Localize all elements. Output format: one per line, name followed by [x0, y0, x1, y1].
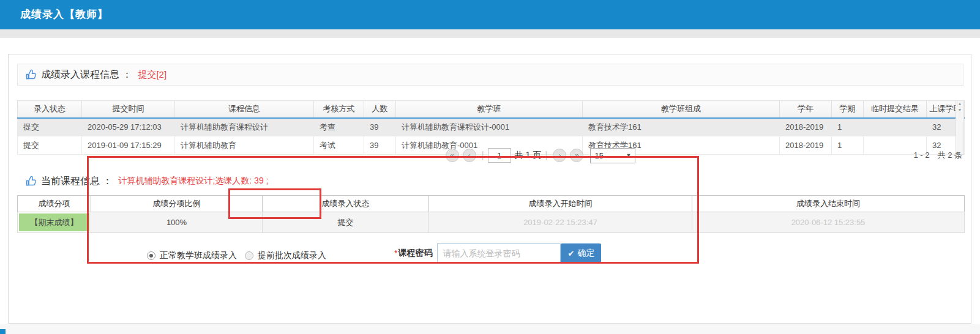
page-size-select[interactable]: 15 ▼ [590, 148, 635, 163]
radio-selected-icon[interactable] [147, 251, 155, 260]
col-course-info[interactable]: 课程信息 [175, 101, 314, 118]
col-class-composition[interactable]: 教学班组成 [583, 101, 780, 118]
page-header-bar: 成绩录入【教师】 [0, 0, 980, 29]
entry-start-cell: 2019-02-22 15:23:47 [429, 212, 692, 233]
record-range-label: 1 - 2 共 2 条 [914, 146, 962, 165]
grade-item-cell: 【期末成绩】 [18, 212, 91, 233]
prev-page-button[interactable]: ‹ [463, 149, 476, 162]
entry-end-cell: 2020-06-12 15:23:55 [692, 212, 965, 233]
col-entry-end-time: 成绩录入结束时间 [692, 196, 965, 212]
confirm-button[interactable]: ✔ 确定 [561, 243, 601, 263]
pagination-separator: | [545, 150, 547, 161]
next-page-button[interactable]: › [553, 149, 566, 162]
col-grade-ratio: 成绩分项比例 [91, 196, 263, 212]
final-grade-badge[interactable]: 【期末成绩】 [19, 213, 89, 231]
col-temp-result[interactable]: 临时提交结果 [864, 101, 927, 118]
cell-school-year: 2018-2019 [780, 118, 832, 136]
col-grade-item: 成绩分项 [18, 196, 91, 212]
password-label: 课程密码 [398, 248, 432, 259]
col-exam-type[interactable]: 考核方式 [314, 101, 364, 118]
col-entry-start-time: 成绩录入开始时间 [429, 196, 692, 212]
cell-exam-type: 考查 [314, 118, 364, 136]
entry-status-cell: 提交 [263, 212, 429, 233]
submit-count-link[interactable]: 提交[2] [138, 69, 166, 81]
grade-entry-page: 成绩录入【教师】 成绩录入课程信息 ： 提交[2] 录入状态 提交时间 [0, 0, 980, 334]
col-entry-status[interactable]: 录入状态 [18, 101, 82, 118]
scroll-up-icon[interactable]: ▲ [956, 101, 963, 107]
course-password-form: * 课程密码 ✔ 确定 [394, 243, 601, 263]
first-page-button[interactable]: « [446, 149, 459, 162]
course-row-1[interactable]: 提交 2020-05-29 17:12:03 计算机辅助教育课程设计 考查 39… [18, 118, 965, 136]
pointing-hand-icon [25, 175, 37, 187]
header-divider-strip [0, 29, 980, 38]
cell-class-composition: 教育技术学161 [583, 118, 780, 136]
current-course-detail: 计算机辅助教育课程设计;选课人数: 39 ; [118, 176, 268, 187]
page-number-input[interactable] [488, 148, 511, 163]
col-school-year[interactable]: 学年 [780, 101, 832, 118]
check-icon: ✔ [568, 249, 575, 258]
radio-normal-label[interactable]: 正常教学班成绩录入 [160, 250, 237, 261]
password-input[interactable] [437, 243, 561, 263]
page-title: 成绩录入【教师】 [20, 0, 108, 29]
grade-item-table: 成绩分项 成绩分项比例 成绩录入状态 成绩录入开始时间 成绩录入结束时间 【期末… [17, 195, 964, 233]
page-size-value: 15 [594, 151, 603, 160]
cell-teaching-class: 计算机辅助教育课程设计-0001 [396, 118, 583, 136]
grade-item-header-row: 成绩分项 成绩分项比例 成绩录入状态 成绩录入开始时间 成绩录入结束时间 [18, 196, 965, 212]
grade-item-row[interactable]: 【期末成绩】 100% 提交 2019-02-22 15:23:47 2020-… [18, 212, 965, 233]
cell-temp-result [864, 118, 927, 136]
col-term[interactable]: 学期 [832, 101, 864, 118]
corner-blue-marker [0, 329, 6, 334]
pointing-hand-icon [25, 69, 37, 81]
course-table-header-row: 录入状态 提交时间 课程信息 考核方式 人数 教学班 教学班组成 学年 学期 临… [18, 101, 965, 118]
pagination-bar: « ‹ | 共 1 页 | › » 15 ▼ [66, 146, 980, 165]
cell-entry-status: 提交 [18, 118, 82, 136]
section2-title: 当前课程信息 ： [41, 175, 112, 188]
cell-count: 39 [364, 118, 396, 136]
scroll-down-icon[interactable]: ▼ [956, 107, 963, 113]
last-page-button[interactable]: » [570, 149, 583, 162]
course-info-section-header: 成绩录入课程信息 ： 提交[2] [17, 64, 963, 86]
bottom-strip [0, 324, 980, 334]
total-pages-label: 共 1 页 [515, 150, 542, 161]
radio-advance-label[interactable]: 提前批次成绩录入 [258, 250, 326, 261]
col-entry-status: 成绩录入状态 [263, 196, 429, 212]
current-course-section-header: 当前课程信息 ： 计算机辅助教育课程设计;选课人数: 39 ; [25, 173, 268, 190]
col-submit-time[interactable]: 提交时间 [82, 101, 175, 118]
col-teaching-class[interactable]: 教学班 [396, 101, 583, 118]
confirm-button-label: 确定 [577, 248, 594, 259]
required-mark: * [394, 248, 397, 258]
grade-ratio-cell: 100% [91, 212, 263, 233]
cell-term: 1 [832, 118, 864, 136]
radio-advance-batch-option[interactable]: 提前批次成绩录入 [245, 248, 326, 263]
col-count[interactable]: 人数 [364, 101, 396, 118]
cell-submit-time: 2020-05-29 17:12:03 [82, 118, 175, 136]
main-panel: 成绩录入课程信息 ： 提交[2] 录入状态 提交时间 课程信息 考核方式 人数 … [8, 54, 971, 324]
cell-course-info: 计算机辅助教育课程设计 [175, 118, 314, 136]
section1-title: 成绩录入课程信息 ： [41, 69, 132, 81]
chevron-down-icon: ▼ [626, 152, 632, 158]
radio-unselected-icon[interactable] [245, 251, 253, 260]
pagination-separator: | [482, 150, 484, 161]
radio-normal-entry-option[interactable]: 正常教学班成绩录入 [147, 248, 237, 263]
